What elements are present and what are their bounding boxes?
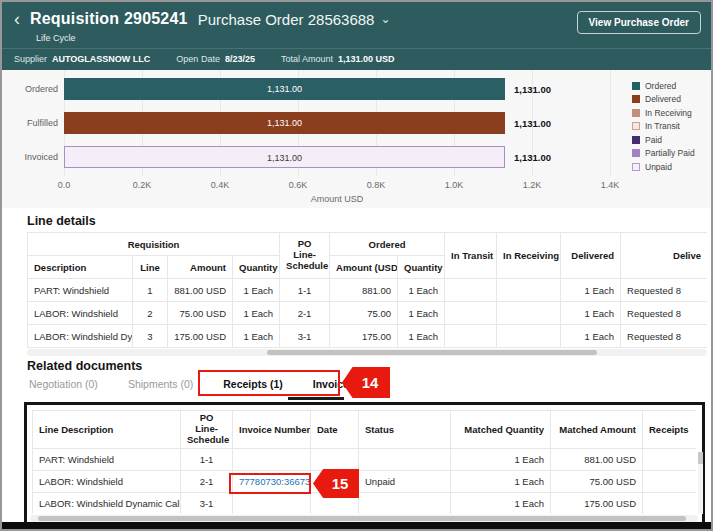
header-description: Description <box>28 256 133 279</box>
cell-delivery: Requested 8 <box>621 325 707 348</box>
tab-shipments[interactable]: Shipments (0) <box>126 376 195 392</box>
legend-item-unpaid: Unpaid <box>632 160 695 174</box>
legend-item-partially-paid: Partially Paid <box>632 147 695 161</box>
bar-ordered[interactable]: 1,131.00 <box>64 78 505 100</box>
cell-matched-quantity: 1 Each <box>451 492 551 514</box>
legend-swatch-icon <box>632 109 640 117</box>
category-label-fulfilled: Fulfilled <box>2 118 58 128</box>
cell-matched-amount: 175.00 USD <box>551 492 643 514</box>
cell-line: 1 <box>133 279 168 302</box>
header-ordered-amount: Amount (USD) <box>330 256 398 279</box>
legend-swatch-icon <box>632 136 640 144</box>
scrollbar-thumb[interactable] <box>698 452 703 464</box>
cell-line-description: LABOR: Windshield <box>33 470 181 492</box>
cell-line-description: LABOR: Windshield Dynamic Calib <box>33 492 181 514</box>
header-matched-quantity: Matched Quantity <box>451 411 551 449</box>
cell-invoice-number <box>233 492 311 514</box>
group-header-requisition: Requisition <box>28 233 280 256</box>
category-label-invoiced: Invoiced <box>2 152 58 162</box>
cell-in-transit <box>445 302 497 325</box>
view-purchase-order-button[interactable]: View Purchase Order <box>577 11 701 34</box>
end-label-ordered: 1,131.00 <box>514 84 551 95</box>
line-details-title: Line details <box>27 214 96 228</box>
total-amount-field: Total Amount1,131.00 USD <box>281 54 395 64</box>
line-details-table: Requisition PO Line-Schedule Ordered In … <box>27 232 707 348</box>
cell-receipts <box>643 470 697 492</box>
bar-invoiced[interactable]: 1,131.00 <box>64 146 505 168</box>
bottom-black-bar <box>2 522 711 531</box>
header-line-description: Line Description <box>33 411 181 449</box>
header-receipts: Receipts <box>643 411 697 449</box>
invoices-vscrollbar[interactable] <box>698 452 703 514</box>
cell-po-line-schedule: 1-1 <box>280 279 330 302</box>
cell-amount: 175.00 USD <box>168 325 233 348</box>
invoices-hscrollbar[interactable] <box>30 515 698 522</box>
scrollbar-thumb[interactable] <box>38 516 686 521</box>
x-tick: 0.6K <box>289 180 308 190</box>
cell-delivered: 1 Each <box>561 279 621 302</box>
cell-date <box>311 448 359 470</box>
cell-ordered-amount: 175.00 <box>330 325 398 348</box>
legend-swatch-icon <box>632 82 640 90</box>
legend-item-delivered: Delivered <box>632 93 695 107</box>
cell-description: LABOR: Windshield Dynar <box>28 325 133 348</box>
lifecycle-subtitle: Life Cycle <box>36 33 76 43</box>
cell-delivered: 1 Each <box>561 325 621 348</box>
cell-po-line-schedule: 1-1 <box>181 448 233 470</box>
invoice-row-3: LABOR: Windshield Dynamic Calib 3-1 1 Ea… <box>33 492 697 514</box>
header-po-line-schedule: PO Line-Schedule <box>280 233 330 279</box>
chevron-down-icon[interactable]: ⌄ <box>380 12 390 26</box>
x-tick: 0.8K <box>367 180 386 190</box>
header-in-transit: In Transit <box>445 233 497 279</box>
back-chevron-icon[interactable]: ‹ <box>14 10 20 28</box>
cell-description: LABOR: Windshield <box>28 302 133 325</box>
header-matched-amount: Matched Amount <box>551 411 643 449</box>
line-details-row-1: PART: Windshield 1 881.00 USD 1 Each 1-1… <box>28 279 708 302</box>
header-meta-row: SupplierAUTOGLASSNOW LLC Open Date8/23/2… <box>14 54 395 64</box>
header-invoice-number: Invoice Number <box>233 411 311 449</box>
supplier-value: AUTOGLASSNOW LLC <box>52 54 150 64</box>
cell-ordered-quantity: 1 Each <box>398 325 445 348</box>
line-details-row-3: LABOR: Windshield Dynar 3 175.00 USD 1 E… <box>28 325 708 348</box>
scrollbar-thumb[interactable] <box>267 350 597 355</box>
bar-fulfilled[interactable]: 1,131.00 <box>64 112 505 134</box>
bar-ordered-label: 1,131.00 <box>64 78 505 100</box>
cell-matched-quantity: 1 Each <box>451 448 551 470</box>
invoice-row-1: PART: Windshield 1-1 1 Each 881.00 USD <box>33 448 697 470</box>
cell-matched-quantity: 1 Each <box>451 470 551 492</box>
header-delivery: Delive <box>621 233 707 279</box>
cell-status <box>359 492 451 514</box>
cell-ordered-quantity: 1 Each <box>398 279 445 302</box>
legend-swatch-icon <box>632 122 640 130</box>
header-status: Status <box>359 411 451 449</box>
legend-item-in-receiving: In Receiving <box>632 106 695 120</box>
cell-quantity: 1 Each <box>233 325 280 348</box>
open-date-value: 8/23/25 <box>225 54 255 64</box>
legend-swatch-icon <box>632 149 640 157</box>
invoices-table: Line Description PO Line-Schedule Invoic… <box>32 410 696 514</box>
x-tick: 1.2K <box>523 180 542 190</box>
cell-in-transit <box>445 325 497 348</box>
purchase-order-title[interactable]: Purchase Order 28563688 <box>198 11 375 28</box>
active-tab-underline <box>288 397 344 400</box>
cell-in-receiving <box>497 325 561 348</box>
line-details-hscrollbar[interactable] <box>27 349 707 356</box>
end-label-fulfilled: 1,131.00 <box>514 118 551 129</box>
invoice-row-2: LABOR: Windshield 2-1 77780730:3667385 U… <box>33 470 697 492</box>
category-label-ordered: Ordered <box>2 84 58 94</box>
x-axis-title: Amount USD <box>64 194 610 204</box>
annotation-box-15 <box>229 473 311 494</box>
cell-receipts <box>643 492 697 514</box>
cell-po-line-schedule: 3-1 <box>181 492 233 514</box>
tab-negotiation[interactable]: Negotiation (0) <box>27 376 100 392</box>
cell-delivery: Requested 8 <box>621 302 707 325</box>
annotation-callout-14: 14 <box>342 367 390 398</box>
cell-in-receiving <box>497 279 561 302</box>
related-documents-title: Related documents <box>27 359 142 373</box>
cell-quantity: 1 Each <box>233 302 280 325</box>
cell-ordered-amount: 881.00 <box>330 279 398 302</box>
group-header-ordered: Ordered <box>330 233 445 256</box>
cell-amount: 75.00 USD <box>168 302 233 325</box>
cell-delivered: 1 Each <box>561 302 621 325</box>
requisition-lifecycle-page: ‹ Requisition 2905241 Purchase Order 285… <box>0 0 713 531</box>
